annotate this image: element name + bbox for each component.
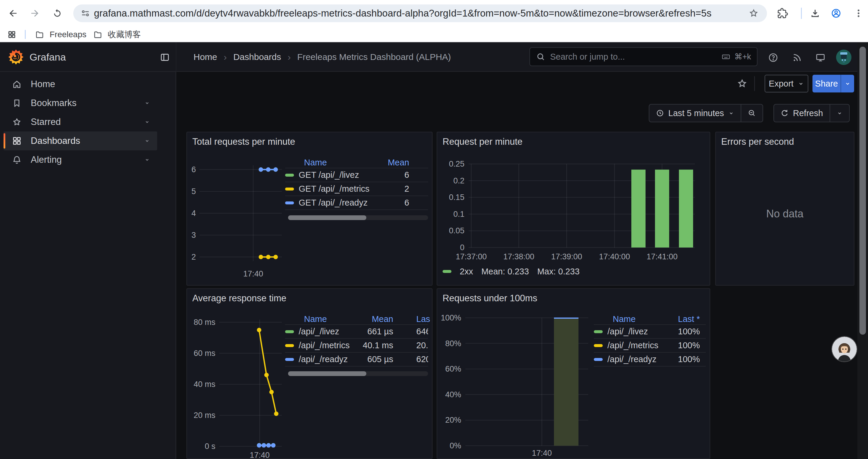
sidebar-item-label: Bookmarks bbox=[31, 98, 76, 108]
profile-icon[interactable] bbox=[831, 8, 841, 19]
back-icon[interactable] bbox=[8, 8, 18, 19]
browser-toolbar: grafana.mathmast.com/d/deytv4rwavabkb/fr… bbox=[0, 0, 868, 27]
legend-column-header[interactable]: Mean bbox=[360, 314, 393, 324]
active-indicator bbox=[4, 133, 5, 149]
total-requests-chart[interactable]: 6543217:40 bbox=[189, 157, 287, 279]
bookmark-folder-blogs[interactable]: 收藏博客 bbox=[93, 27, 141, 42]
legend-column-header[interactable]: Last * bbox=[668, 314, 700, 324]
url-bar[interactable]: grafana.mathmast.com/d/deytv4rwavabkb/fr… bbox=[73, 4, 767, 22]
panel-title[interactable]: Requests under 100ms bbox=[442, 293, 537, 304]
news-rss-icon[interactable] bbox=[792, 52, 802, 63]
reload-icon[interactable] bbox=[52, 8, 63, 19]
legend-row[interactable]: /api/_/readyz605 µs620 bbox=[285, 353, 428, 366]
series-name[interactable]: /api/_/readyz bbox=[608, 355, 656, 364]
breadcrumb: Home › Dashboards › Freeleaps Metrics Da… bbox=[193, 42, 451, 72]
legend-row[interactable]: /api/_/metrics100% bbox=[594, 339, 706, 353]
legend-column-header[interactable]: Name bbox=[285, 158, 382, 167]
avg-response-chart[interactable]: 80 ms60 ms40 ms20 ms0 s17:40 bbox=[189, 314, 287, 459]
panel-title[interactable]: Average response time bbox=[192, 293, 286, 304]
panel-title[interactable]: Total requests per minute bbox=[192, 136, 295, 147]
grafana-logo[interactable] bbox=[8, 49, 24, 65]
legend-row[interactable]: GET /api/_/metrics2 bbox=[285, 182, 428, 196]
series-name[interactable]: /api/_/readyz bbox=[299, 355, 348, 364]
series-name[interactable]: GET /api/_/metrics bbox=[299, 184, 370, 194]
assistant-avatar[interactable] bbox=[832, 337, 857, 362]
legend-scrollbar[interactable] bbox=[288, 371, 428, 376]
panel-total-requests: Total requests per minute 6543217:40 Nam… bbox=[186, 132, 433, 286]
request-per-minute-chart[interactable]: 0.250.20.150.10.05017:37:0017:38:0017:39… bbox=[440, 157, 703, 263]
zoom-out-button[interactable] bbox=[741, 104, 763, 122]
help-icon[interactable] bbox=[768, 52, 778, 63]
series-color-dash bbox=[285, 358, 294, 361]
series-name[interactable]: GET /api/_/readyz bbox=[299, 198, 368, 208]
user-avatar[interactable] bbox=[836, 49, 852, 65]
apps-grid-icon[interactable] bbox=[7, 30, 16, 39]
breadcrumb-home[interactable]: Home bbox=[193, 52, 217, 62]
sidebar-item-alerting[interactable]: Alerting bbox=[4, 150, 157, 169]
folder-icon bbox=[93, 30, 102, 39]
chevron-down-icon[interactable] bbox=[144, 156, 151, 163]
share-button[interactable]: Share bbox=[812, 75, 854, 93]
menu-kebab-icon[interactable] bbox=[853, 8, 864, 19]
series-name[interactable]: /api/_/livez bbox=[299, 327, 339, 336]
legend-row[interactable]: /api/_/readyz100% bbox=[594, 353, 706, 366]
favorite-star-icon[interactable] bbox=[737, 78, 747, 89]
series-name[interactable]: /api/_/metrics bbox=[299, 340, 349, 350]
refresh-interval-caret[interactable] bbox=[830, 104, 849, 122]
monitor-icon[interactable] bbox=[815, 52, 826, 63]
legend-column-header[interactable]: Name bbox=[285, 314, 360, 324]
bookmark-label: Freeleaps bbox=[50, 27, 87, 42]
series-mean: Mean: 0.233 bbox=[481, 267, 529, 276]
time-range-picker[interactable]: Last 5 minutes bbox=[649, 104, 741, 122]
search-input[interactable]: Search or jump to... ⌘+k bbox=[529, 47, 757, 66]
legend-row[interactable]: GET /api/_/readyz6 bbox=[285, 196, 428, 210]
legend-column-header[interactable]: Las bbox=[393, 314, 428, 324]
forward-icon[interactable] bbox=[30, 8, 40, 19]
apps-icon bbox=[12, 136, 22, 146]
panel-title[interactable]: Request per minute bbox=[442, 136, 523, 147]
legend-scrollbar[interactable] bbox=[288, 215, 428, 220]
legend-row[interactable]: /api/_/livez100% bbox=[594, 325, 706, 339]
site-settings-icon[interactable] bbox=[80, 8, 90, 18]
chevron-down-icon[interactable] bbox=[144, 100, 151, 107]
panel-under-100ms: Requests under 100ms 100%80%60%40%20%0%1… bbox=[437, 288, 710, 459]
svg-text:17:39:00: 17:39:00 bbox=[551, 252, 582, 261]
series-name[interactable]: /api/_/livez bbox=[608, 327, 648, 336]
breadcrumb-dashboards[interactable]: Dashboards bbox=[234, 52, 281, 62]
sidebar-item-bookmarks[interactable]: Bookmarks bbox=[4, 94, 157, 112]
series-name[interactable]: 2xx bbox=[460, 267, 473, 276]
series-color-dash bbox=[594, 358, 603, 361]
extensions-icon[interactable] bbox=[777, 8, 788, 19]
search-icon bbox=[536, 52, 546, 61]
svg-text:20 ms: 20 ms bbox=[193, 411, 215, 420]
export-button[interactable]: Export bbox=[765, 75, 808, 93]
sidebar-toggle-icon[interactable] bbox=[159, 52, 170, 63]
bookmark-folder-freeleaps[interactable]: Freeleaps bbox=[35, 27, 87, 42]
legend-row[interactable]: /api/_/metrics40.1 ms20.5 r bbox=[285, 339, 428, 353]
legend-column-header[interactable]: Name bbox=[594, 314, 668, 324]
refresh-button[interactable]: Refresh bbox=[774, 104, 830, 122]
share-caret-button[interactable] bbox=[840, 75, 854, 93]
panel-title[interactable]: Errors per second bbox=[721, 136, 794, 147]
svg-text:6: 6 bbox=[191, 165, 196, 174]
sidebar-item-dashboards[interactable]: Dashboards bbox=[4, 131, 157, 150]
legend-row[interactable]: GET /api/_/livez6 bbox=[285, 168, 428, 182]
svg-text:17:41:00: 17:41:00 bbox=[646, 252, 677, 261]
chevron-down-icon[interactable] bbox=[144, 137, 151, 144]
series-name[interactable]: GET /api/_/livez bbox=[299, 170, 359, 180]
search-shortcut: ⌘+k bbox=[720, 52, 751, 61]
legend-row[interactable]: /api/_/livez661 µs646 bbox=[285, 325, 428, 339]
request-per-minute-legend[interactable]: 2xx Mean: 0.233 Max: 0.233 bbox=[442, 265, 580, 278]
legend-value: 40.1 ms bbox=[360, 340, 393, 350]
series-color-dash bbox=[594, 344, 603, 347]
series-name[interactable]: /api/_/metrics bbox=[608, 340, 658, 350]
under-100ms-chart[interactable]: 100%80%60%40%20%0%17:40 bbox=[440, 314, 594, 459]
sidebar-item-starred[interactable]: Starred bbox=[4, 112, 157, 131]
bookmark-star-icon[interactable] bbox=[749, 8, 759, 18]
chevron-down-icon[interactable] bbox=[144, 119, 151, 126]
legend-value: 661 µs bbox=[360, 327, 393, 336]
sidebar-item-home[interactable]: Home bbox=[4, 75, 157, 94]
legend-column-header[interactable]: Mean bbox=[382, 158, 409, 167]
page-scrollbar-thumb[interactable] bbox=[860, 47, 866, 335]
download-icon[interactable] bbox=[810, 8, 820, 19]
